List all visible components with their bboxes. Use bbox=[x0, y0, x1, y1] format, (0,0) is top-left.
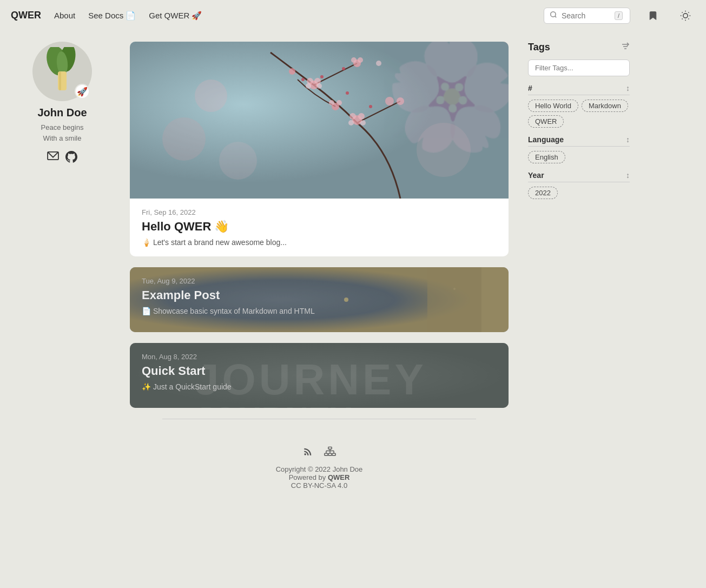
svg-rect-56 bbox=[328, 447, 332, 449]
post-card-quick-start[interactable]: JOURNEY JOURNEY Mon, Aug 8, 2022 Quick S… bbox=[130, 343, 509, 408]
github-icon[interactable] bbox=[65, 151, 77, 166]
svg-point-39 bbox=[346, 91, 349, 95]
post-card-body-hello-qwer: Fri, Sep 16, 2022 Hello QWER 👋 🍦 Let's s… bbox=[130, 199, 509, 256]
search-input[interactable] bbox=[562, 11, 610, 20]
tags-section-hash-sort[interactable]: ↕ bbox=[626, 84, 630, 93]
sitemap-icon[interactable] bbox=[324, 446, 336, 460]
rocket-icon: 🚀 bbox=[192, 11, 202, 21]
svg-point-43 bbox=[195, 80, 227, 112]
svg-rect-57 bbox=[325, 453, 328, 455]
navbar: QWER About See Docs 📄 Get QWER 🚀 / bbox=[0, 0, 706, 31]
tag-markdown[interactable]: Markdown bbox=[582, 100, 628, 112]
tags-section-year-sort[interactable]: ↕ bbox=[626, 171, 630, 180]
svg-point-35 bbox=[289, 68, 295, 75]
svg-point-40 bbox=[369, 105, 372, 108]
nav-about[interactable]: About bbox=[54, 11, 75, 20]
footer-copyright: Copyright © 2022 John Doe bbox=[141, 465, 498, 473]
user-sidebar: 🚀 John Doe Peace begins With a smile bbox=[0, 31, 124, 511]
post-date-example-post: Tue, Aug 9, 2022 bbox=[142, 277, 497, 285]
svg-rect-15 bbox=[59, 71, 61, 90]
svg-point-45 bbox=[219, 142, 257, 180]
user-bio: Peace begins With a smile bbox=[41, 122, 84, 143]
email-icon[interactable] bbox=[47, 151, 59, 166]
tags-title: Tags bbox=[528, 42, 550, 53]
user-social-icons bbox=[47, 151, 77, 166]
search-kbd: / bbox=[615, 11, 623, 20]
svg-point-27 bbox=[349, 113, 356, 120]
theme-toggle-button[interactable] bbox=[676, 6, 695, 25]
svg-text:JOURNEY: JOURNEY bbox=[195, 400, 352, 408]
post-date-quick-start: Mon, Aug 8, 2022 bbox=[142, 353, 497, 361]
post-card-hello-qwer[interactable]: Fri, Sep 16, 2022 Hello QWER 👋 🍦 Let's s… bbox=[130, 42, 509, 256]
search-icon bbox=[550, 11, 557, 21]
nav-get-qwer[interactable]: Get QWER 🚀 bbox=[149, 11, 202, 21]
footer-icons bbox=[141, 446, 498, 460]
svg-rect-59 bbox=[332, 453, 335, 455]
svg-point-25 bbox=[358, 57, 363, 63]
svg-line-10 bbox=[688, 12, 689, 12]
tags-row-language: English bbox=[528, 151, 630, 163]
avatar-wrapper: 🚀 bbox=[32, 42, 92, 101]
post-title-example-post: Example Post bbox=[142, 288, 497, 302]
post-card-example-post[interactable]: Tue, Aug 9, 2022 Example Post 📄 Showcase… bbox=[130, 267, 509, 332]
svg-point-2 bbox=[683, 13, 688, 17]
svg-point-36 bbox=[376, 61, 381, 66]
svg-point-28 bbox=[358, 113, 365, 120]
tags-section-hash: # ↕ Hello World Markdown QWER bbox=[528, 84, 630, 128]
svg-point-37 bbox=[397, 97, 404, 105]
svg-point-32 bbox=[329, 100, 334, 105]
svg-rect-58 bbox=[328, 453, 332, 455]
svg-point-30 bbox=[360, 120, 366, 125]
svg-line-9 bbox=[682, 18, 683, 19]
svg-line-5 bbox=[682, 12, 683, 12]
tags-section-hash-label: # bbox=[528, 84, 532, 93]
tags-section-year: Year ↕ 2022 bbox=[528, 171, 630, 199]
svg-point-46 bbox=[417, 123, 471, 177]
tag-qwer[interactable]: QWER bbox=[528, 115, 564, 128]
svg-point-21 bbox=[306, 83, 311, 89]
tags-row-hash: Hello World Markdown QWER bbox=[528, 100, 630, 128]
footer: Copyright © 2022 John Doe Powered by QWE… bbox=[130, 430, 509, 500]
tag-2022[interactable]: 2022 bbox=[528, 187, 558, 199]
svg-point-44 bbox=[162, 117, 206, 161]
tags-filter-input[interactable] bbox=[528, 60, 630, 76]
rss-icon[interactable] bbox=[302, 446, 313, 460]
svg-point-34 bbox=[385, 97, 394, 105]
svg-point-24 bbox=[351, 57, 357, 63]
post-desc-quick-start: ✨ Just a QuickStart guide bbox=[142, 382, 497, 391]
nav-logo[interactable]: QWER bbox=[11, 10, 41, 21]
svg-point-38 bbox=[320, 75, 324, 78]
tags-section-language-sort[interactable]: ↕ bbox=[626, 135, 630, 144]
svg-point-22 bbox=[316, 83, 322, 89]
tags-sort-icon[interactable] bbox=[621, 42, 630, 52]
svg-line-6 bbox=[688, 18, 689, 19]
tags-header: Tags bbox=[528, 42, 630, 53]
footer-qwer-link[interactable]: QWER bbox=[328, 473, 349, 481]
svg-point-42 bbox=[301, 78, 305, 81]
tag-hello-world[interactable]: Hello World bbox=[528, 100, 578, 112]
post-image-cherry-blossom bbox=[130, 42, 509, 199]
bookmark-button[interactable] bbox=[643, 6, 663, 25]
tags-section-year-header: Year ↕ bbox=[528, 171, 630, 182]
tags-sidebar: Tags # ↕ Hello World Markdown QWER bbox=[519, 31, 638, 511]
footer-license: CC BY-NC-SA 4.0 bbox=[141, 481, 498, 490]
svg-line-1 bbox=[555, 16, 557, 17]
svg-point-0 bbox=[551, 11, 556, 16]
footer-powered-by: Powered by QWER bbox=[141, 473, 498, 481]
nav-see-docs[interactable]: See Docs 📄 bbox=[88, 11, 136, 21]
search-bar[interactable]: / bbox=[544, 8, 630, 24]
tags-section-language-label: Language bbox=[528, 135, 564, 144]
post-date-hello-qwer: Fri, Sep 16, 2022 bbox=[142, 208, 497, 216]
user-name: John Doe bbox=[37, 107, 87, 119]
tags-section-language: Language ↕ English bbox=[528, 135, 630, 163]
tags-section-hash-header: # ↕ bbox=[528, 84, 630, 95]
svg-point-33 bbox=[336, 100, 342, 105]
svg-point-41 bbox=[342, 67, 345, 70]
tags-row-year: 2022 bbox=[528, 187, 630, 199]
post-title-quick-start: Quick Start bbox=[142, 364, 497, 378]
tag-english[interactable]: English bbox=[528, 151, 565, 163]
docs-icon: 📄 bbox=[126, 11, 136, 21]
svg-point-29 bbox=[348, 120, 354, 125]
page-layout: 🚀 John Doe Peace begins With a smile bbox=[0, 31, 706, 511]
tags-section-year-label: Year bbox=[528, 171, 544, 180]
